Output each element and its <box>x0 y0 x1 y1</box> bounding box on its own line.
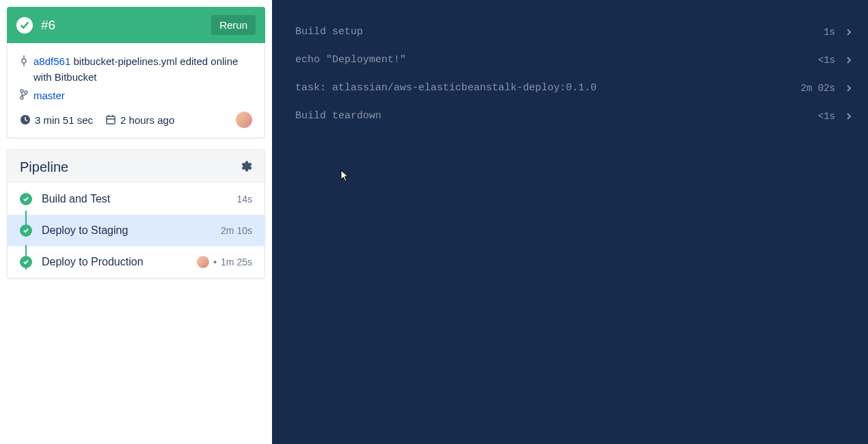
log-text: echo "Deployment!" <box>295 54 406 66</box>
cursor-icon <box>340 170 350 182</box>
svg-point-3 <box>21 90 23 92</box>
pipeline-steps: Build and Test 14s Deploy to Staging 2m … <box>8 183 265 278</box>
chevron-right-icon <box>845 28 853 36</box>
branch-icon <box>20 89 28 102</box>
svg-point-5 <box>25 91 27 94</box>
svg-point-0 <box>22 59 26 63</box>
step-time: 2m 10s <box>221 225 252 236</box>
log-line-teardown[interactable]: Build teardown <1s <box>295 102 853 130</box>
log-text: Build setup <box>295 26 363 38</box>
deployer-avatar <box>197 256 209 268</box>
build-id: #6 <box>41 18 55 33</box>
build-info-card: a8df561 bitbucket-pipelines.yml edited o… <box>7 43 265 138</box>
build-header-left: #6 <box>16 17 55 34</box>
branch-link[interactable]: master <box>33 90 65 101</box>
pipeline-settings-button[interactable] <box>239 159 252 175</box>
step-time: 14s <box>236 194 252 205</box>
build-header: #6 Rerun <box>7 7 265 43</box>
chevron-right-icon <box>845 84 853 92</box>
svg-point-4 <box>21 96 23 99</box>
step-label: Build and Test <box>42 193 227 205</box>
log-text: Build teardown <box>295 110 381 122</box>
pipeline-step-deploy-production[interactable]: Deploy to Production • 1m 25s <box>8 246 265 278</box>
bullet: • <box>213 257 217 267</box>
branch-row: master <box>20 89 252 102</box>
sidebar: #6 Rerun a8df561 bitbucket-pipelines.yml… <box>0 0 272 444</box>
duration-text: 3 min 51 sec <box>35 114 93 126</box>
meta-row: 3 min 51 sec 2 hours ago <box>20 112 252 128</box>
log-time: <1s <box>818 55 835 66</box>
pipeline-header: Pipeline <box>8 150 265 183</box>
commit-text: a8df561 bitbucket-pipelines.yml edited o… <box>33 54 252 85</box>
step-label: Deploy to Staging <box>42 224 211 237</box>
pipeline-step-build-and-test[interactable]: Build and Test 14s <box>8 183 265 215</box>
log-line-build-setup[interactable]: Build setup 1s <box>295 18 853 46</box>
log-line-task[interactable]: task: atlassian/aws-elasticbeanstalk-dep… <box>295 74 853 102</box>
step-label: Deploy to Production <box>42 256 187 268</box>
success-icon <box>16 17 33 34</box>
chevron-right-icon <box>845 112 853 120</box>
log-meta: <1s <box>818 55 853 66</box>
commit-hash-link[interactable]: a8df561 <box>33 55 70 67</box>
step-success-icon <box>20 224 32 237</box>
log-time: 2m 02s <box>801 83 835 94</box>
rerun-button[interactable]: Rerun <box>211 15 256 35</box>
step-success-icon <box>20 256 32 268</box>
log-text: task: atlassian/aws-elasticbeanstalk-dep… <box>295 82 597 94</box>
pipeline-card: Pipeline Build and Test 14s Deploy to St… <box>7 149 265 278</box>
timestamp-text: 2 hours ago <box>120 114 174 126</box>
log-time: 1s <box>824 27 835 38</box>
pipeline-step-deploy-staging[interactable]: Deploy to Staging 2m 10s <box>8 215 265 246</box>
timestamp: 2 hours ago <box>105 114 174 126</box>
log-panel: Build setup 1s echo "Deployment!" <1s ta… <box>272 0 868 444</box>
log-meta: <1s <box>818 111 853 122</box>
step-success-icon <box>20 193 32 205</box>
commit-row: a8df561 bitbucket-pipelines.yml edited o… <box>20 54 252 85</box>
step-time: • 1m 25s <box>197 256 252 268</box>
commit-icon <box>20 55 28 71</box>
log-meta: 2m 02s <box>801 83 853 94</box>
log-line-echo[interactable]: echo "Deployment!" <1s <box>295 46 853 74</box>
chevron-right-icon <box>845 56 853 64</box>
log-meta: 1s <box>824 27 853 38</box>
gear-icon <box>239 159 252 173</box>
step-time-text: 1m 25s <box>221 257 252 267</box>
svg-rect-7 <box>107 116 115 124</box>
duration: 3 min 51 sec <box>20 114 93 126</box>
pipeline-title: Pipeline <box>20 159 68 175</box>
author-avatar[interactable] <box>236 112 252 128</box>
log-time: <1s <box>818 111 835 122</box>
